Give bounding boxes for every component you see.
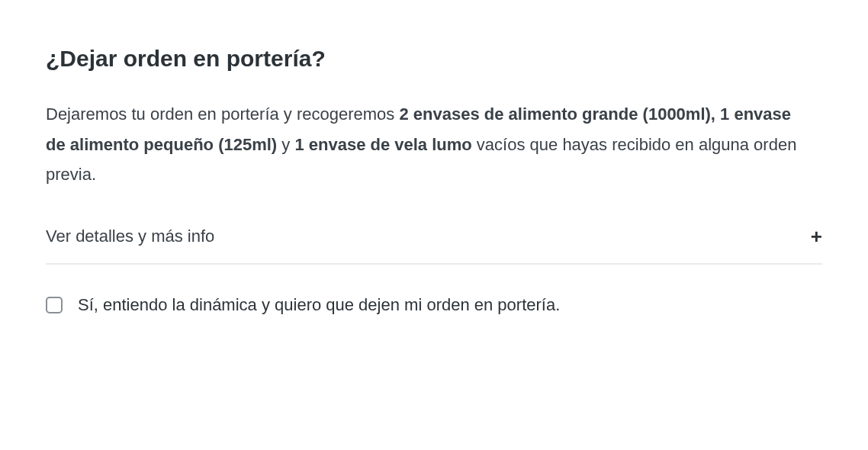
consent-checkbox-label: Sí, entiendo la dinámica y quiero que de…: [78, 295, 560, 315]
description-text: Dejaremos tu orden en portería y recoger…: [46, 99, 809, 190]
consent-checkbox[interactable]: [46, 297, 63, 313]
plus-icon: +: [811, 227, 822, 246]
expand-details-toggle[interactable]: Ver detalles y más info +: [46, 227, 822, 265]
description-part2: y: [277, 135, 294, 154]
page-heading: ¿Dejar orden en portería?: [46, 46, 822, 72]
description-bold2: 1 envase de vela lumo: [294, 135, 471, 154]
consent-checkbox-row: Sí, entiendo la dinámica y quiero que de…: [46, 295, 822, 315]
expand-label: Ver detalles y más info: [46, 227, 214, 246]
description-part1: Dejaremos tu orden en portería y recoger…: [46, 104, 399, 124]
